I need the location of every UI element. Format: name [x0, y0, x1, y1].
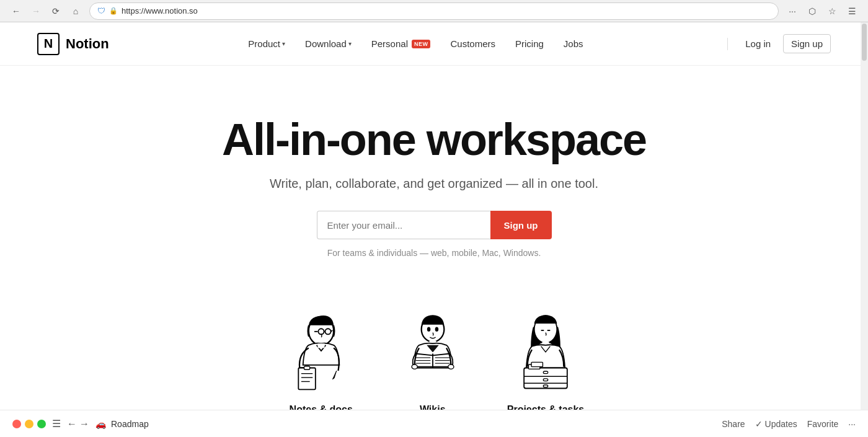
url-text: https://www.notion.so: [122, 6, 198, 15]
bookmark-button[interactable]: ☆: [823, 2, 841, 20]
pocket-button[interactable]: ⬡: [804, 2, 821, 20]
download-chevron: ▾: [348, 40, 352, 47]
traffic-lights: [12, 420, 46, 428]
hero-section: All-in-one workspace Write, plan, collab…: [0, 66, 868, 283]
hero-subtitle: Write, plan, collaborate, and get organi…: [270, 177, 598, 191]
nav-right: Log in Sign up: [722, 34, 831, 53]
svg-rect-34: [531, 363, 542, 367]
bottom-nav-arrows: ← →: [67, 418, 89, 430]
new-badge: NEW: [412, 40, 431, 48]
back-button[interactable]: ←: [7, 2, 25, 20]
home-button[interactable]: ⌂: [67, 2, 84, 20]
feature-projects[interactable]: Projects & tasks: [507, 307, 585, 418]
svg-rect-6: [304, 366, 309, 370]
nav-customers-label: Customers: [450, 38, 495, 49]
browser-menu-button[interactable]: ···: [784, 2, 801, 20]
scrollbar[interactable]: [861, 22, 868, 437]
bottom-forward-icon[interactable]: →: [79, 418, 89, 430]
page-title: Roadmap: [111, 419, 149, 429]
page-wrapper: N Notion Product ▾ Download ▾ Personal N…: [0, 22, 868, 437]
more-button[interactable]: ···: [848, 419, 856, 429]
more-icon: ···: [848, 419, 856, 429]
nav-pricing[interactable]: Pricing: [507, 35, 552, 53]
feature-notes[interactable]: Notes & docs: [284, 307, 358, 418]
svg-point-21: [412, 364, 417, 369]
main-nav: N Notion Product ▾ Download ▾ Personal N…: [0, 22, 868, 66]
svg-rect-30: [543, 371, 547, 374]
traffic-light-green[interactable]: [37, 420, 46, 428]
signup-button-label: Sign up: [504, 220, 538, 231]
nav-download-label: Download: [305, 38, 347, 49]
nav-divider: [727, 38, 728, 50]
bottom-back-icon[interactable]: ←: [67, 418, 77, 430]
address-bar[interactable]: 🛡 🔒 https://www.notion.so: [89, 2, 779, 20]
login-link[interactable]: Log in: [738, 35, 778, 53]
nav-download[interactable]: Download ▾: [296, 35, 360, 53]
shield-icon: 🛡: [97, 6, 105, 15]
share-label: Share: [722, 419, 745, 429]
favorite-button[interactable]: Favorite: [807, 419, 839, 429]
favorite-label: Favorite: [807, 419, 839, 429]
notes-illustration: [284, 307, 358, 394]
projects-illustration: [508, 307, 583, 394]
nav-center: Product ▾ Download ▾ Personal NEW Custom…: [239, 35, 591, 53]
signup-button[interactable]: Sign up: [490, 211, 552, 239]
nav-product-label: Product: [248, 38, 280, 49]
page-emoji: 🚗: [95, 419, 106, 429]
check-icon: ✓: [755, 419, 763, 429]
hamburger-icon[interactable]: ☰: [52, 418, 61, 430]
email-input[interactable]: [317, 211, 490, 239]
svg-point-1: [318, 329, 324, 334]
nav-jobs-label: Jobs: [564, 38, 583, 49]
nav-pricing-label: Pricing: [515, 38, 544, 49]
svg-point-2: [325, 329, 330, 334]
nav-logo[interactable]: N Notion: [37, 33, 109, 55]
nav-logo-text: Notion: [66, 36, 109, 52]
extensions-button[interactable]: ☰: [843, 2, 861, 20]
traffic-light-yellow[interactable]: [25, 420, 33, 428]
bottom-bar-right: Share ✓ Updates Favorite ···: [722, 419, 856, 429]
wikis-illustration: [396, 307, 470, 394]
svg-rect-5: [298, 368, 316, 390]
signup-link[interactable]: Sign up: [783, 34, 831, 53]
hero-form: Sign up: [317, 211, 552, 239]
nav-personal-label: Personal: [371, 38, 408, 49]
scrollbar-thumb[interactable]: [862, 24, 867, 61]
traffic-light-red[interactable]: [12, 420, 21, 428]
hero-title: All-in-one workspace: [222, 115, 646, 164]
logo-letter: N: [44, 37, 53, 51]
svg-rect-4: [317, 343, 324, 348]
svg-rect-31: [543, 379, 547, 381]
lock-icon: 🔒: [109, 7, 118, 15]
bottom-bar-title-area: 🚗 Roadmap: [95, 419, 149, 429]
share-button[interactable]: Share: [722, 419, 745, 429]
nav-product[interactable]: Product ▾: [239, 35, 294, 53]
updates-button[interactable]: ✓ Updates: [755, 419, 797, 429]
nav-personal[interactable]: Personal NEW: [363, 35, 440, 53]
login-label: Log in: [745, 38, 771, 49]
bottom-bar: ☰ ← → 🚗 Roadmap Share ✓ Updates Favorite…: [0, 410, 868, 437]
reload-button[interactable]: ⟳: [47, 2, 64, 20]
svg-point-12: [435, 327, 438, 332]
browser-chrome: ← → ⟳ ⌂ 🛡 🔒 https://www.notion.so ··· ⬡ …: [0, 0, 868, 22]
notion-logo-icon: N: [37, 33, 60, 55]
nav-jobs[interactable]: Jobs: [555, 35, 592, 53]
product-chevron: ▾: [282, 40, 285, 47]
svg-point-11: [427, 327, 431, 332]
svg-point-22: [448, 364, 453, 369]
forward-button[interactable]: →: [27, 2, 45, 20]
svg-rect-32: [543, 385, 547, 387]
bottom-bar-left: ☰ ← → 🚗 Roadmap: [12, 418, 149, 430]
nav-customers[interactable]: Customers: [441, 35, 504, 53]
updates-label: Updates: [765, 419, 797, 429]
feature-wikis[interactable]: Wikis: [396, 307, 470, 418]
hero-note: For teams & individuals — web, mobile, M…: [327, 248, 541, 258]
signup-label: Sign up: [791, 38, 823, 49]
